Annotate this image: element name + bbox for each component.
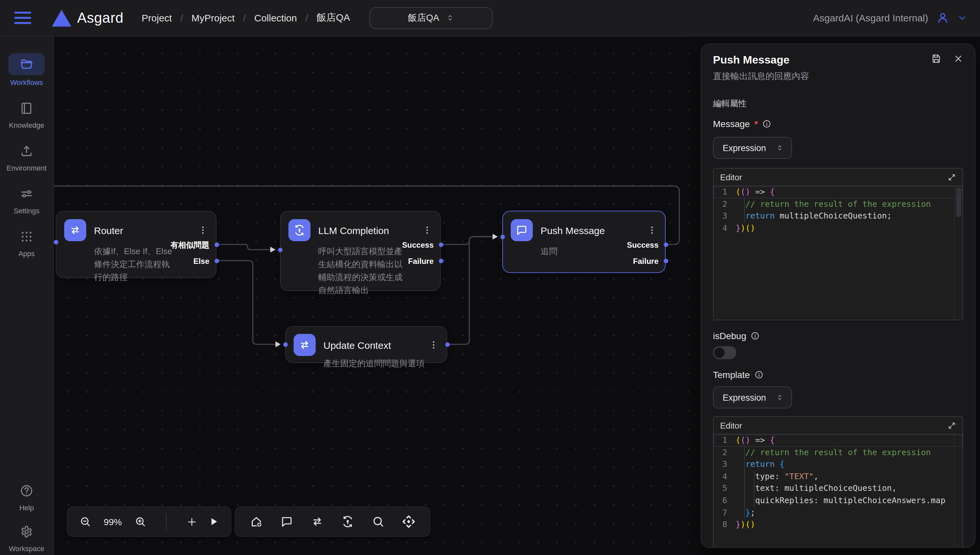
zoom-in-icon[interactable] <box>134 515 146 528</box>
llm-icon <box>293 224 306 237</box>
sidebar-item-label: Environment <box>6 164 46 172</box>
node-menu-icon[interactable] <box>647 225 657 235</box>
panel-subtitle: 直接輸出訊息的回應內容 <box>713 71 963 82</box>
sidebar-item-workflows[interactable]: Workflows <box>8 53 45 86</box>
message-field-label: Message * <box>713 119 963 129</box>
node-menu-icon[interactable] <box>428 340 439 350</box>
message-type-select[interactable]: Expression <box>713 137 792 159</box>
node-palette-toolbar <box>235 506 431 537</box>
breadcrumb-item[interactable]: Collection <box>254 12 297 23</box>
workflow-node-llm[interactable]: LLM Completion呼叫大型語言模型並產 生結構化的資料輸出以 輔助流程… <box>280 211 441 291</box>
code-line: 7 }; <box>714 507 962 519</box>
editor-label: Editor <box>720 420 742 430</box>
node-handle[interactable] <box>214 242 219 247</box>
code-line: 4 type: "TEXT", <box>714 471 962 483</box>
node-handle[interactable] <box>663 242 668 247</box>
code-line: 2 // return the result of the expression <box>714 198 962 210</box>
toolbar-divider <box>166 513 167 530</box>
code-line: 1(() => { <box>714 186 962 198</box>
node-handle[interactable] <box>445 342 450 346</box>
code-line: 1(() => { <box>714 435 962 446</box>
node-handle[interactable] <box>439 258 443 263</box>
palette-diamond-nav-icon[interactable] <box>402 515 415 528</box>
required-mark: * <box>754 119 758 129</box>
node-handle[interactable] <box>278 247 282 252</box>
info-icon[interactable] <box>754 370 764 379</box>
swap-arrows-icon <box>298 338 311 351</box>
code-line: 8})() <box>714 519 962 531</box>
editor-scrollbar-thumb[interactable] <box>956 188 961 217</box>
workflow-selector-value: 飯店QA <box>408 12 439 24</box>
sidebar-item-knowledge[interactable]: Knowledge <box>9 99 45 129</box>
sidebar: WorkflowsKnowledgeEnvironmentSettingsApp… <box>0 36 54 555</box>
isdebug-toggle[interactable] <box>713 346 736 359</box>
llm-icon <box>288 219 311 241</box>
template-type-select[interactable]: Expression <box>713 387 792 409</box>
save-icon[interactable] <box>931 53 942 64</box>
menu-icon[interactable] <box>14 12 31 24</box>
account-chevron-down-icon[interactable] <box>957 13 967 23</box>
node-handle[interactable] <box>500 234 504 239</box>
close-icon[interactable] <box>953 53 963 64</box>
asgard-logo-icon <box>52 10 71 26</box>
breadcrumb: Project/MyProject/Collection/飯店QA <box>142 12 350 24</box>
template-type-value: Expression <box>723 393 766 402</box>
node-handle[interactable] <box>53 239 58 244</box>
chat-icon <box>515 224 528 237</box>
node-handle[interactable] <box>283 342 287 346</box>
workflow-node-push[interactable]: Push Message追問SuccessFailure <box>502 211 666 273</box>
breadcrumb-item[interactable]: MyProject <box>192 12 235 23</box>
node-output-label: 有相似問題 <box>170 240 209 250</box>
workflow-node-router[interactable]: Router依據If、Else If、Else 條件決定工作流程執 行的路徑有相… <box>56 211 216 278</box>
node-description: 呼叫大型語言模型並產 生結構化的資料輸出以 輔助流程的決策或生成 自然語言輸出 <box>318 245 417 297</box>
node-description: 依據If、Else If、Else 條件決定工作流程執 行的路徑 <box>94 245 192 284</box>
add-node-icon[interactable] <box>186 516 198 528</box>
help-circle-icon <box>19 484 34 498</box>
expand-icon[interactable] <box>948 173 956 181</box>
expand-icon[interactable] <box>948 421 956 430</box>
node-menu-icon[interactable] <box>198 225 208 235</box>
node-output-label: Success <box>627 240 658 250</box>
breadcrumb-separator: / <box>180 12 183 23</box>
template-expression-editor: Editor 1(() => {2 // return the result o… <box>713 416 963 548</box>
node-handle[interactable] <box>439 242 443 247</box>
node-title: Push Message <box>541 225 605 236</box>
breadcrumb-separator: / <box>305 12 308 23</box>
node-handle[interactable] <box>214 258 219 263</box>
code-line: 4})() <box>714 222 962 234</box>
sidebar-item-environment[interactable]: Environment <box>6 141 46 172</box>
palette-llm-icon[interactable] <box>341 515 354 528</box>
sidebar-item-help[interactable]: Help <box>14 481 40 512</box>
sidebar-item-settings[interactable]: Settings <box>14 184 40 215</box>
user-icon[interactable] <box>936 11 950 25</box>
workflow-selector[interactable]: 飯店QA <box>370 7 493 29</box>
palette-home-plus-icon[interactable] <box>250 515 263 528</box>
info-icon[interactable] <box>762 119 772 128</box>
node-handle[interactable] <box>663 258 668 263</box>
breadcrumb-item[interactable]: Project <box>142 12 172 23</box>
info-icon[interactable] <box>751 331 760 340</box>
code-area[interactable]: 1(() => {2 // return the result of the e… <box>714 186 962 320</box>
breadcrumb-item[interactable]: 飯店QA <box>317 12 350 24</box>
sidebar-item-label: Workspace <box>9 545 45 552</box>
chat-icon <box>511 219 533 241</box>
palette-search-icon[interactable] <box>372 515 385 528</box>
node-output-label: Else <box>194 256 209 266</box>
sidebar-item-workspace[interactable]: Workspace <box>9 522 45 552</box>
sidebar-item-apps[interactable]: Apps <box>14 227 40 257</box>
sidebar-item-label: Help <box>19 504 34 512</box>
palette-swap-arrows-icon[interactable] <box>311 515 324 528</box>
template-field-label: Template <box>713 370 963 380</box>
updown-chevron-icon <box>776 393 784 401</box>
run-workflow-icon[interactable] <box>208 516 219 527</box>
node-title: LLM Completion <box>318 225 389 236</box>
code-area[interactable]: 1(() => {2 // return the result of the e… <box>714 435 962 548</box>
sidebar-item-label: Settings <box>14 207 40 215</box>
workflow-node-update[interactable]: Update Context產生固定的追問問題與選項 <box>285 326 447 363</box>
updown-chevron-icon <box>776 144 784 152</box>
palette-chat-icon[interactable] <box>280 515 294 528</box>
node-menu-icon[interactable] <box>422 225 432 235</box>
breadcrumb-separator: / <box>243 12 246 23</box>
zoom-out-icon[interactable] <box>79 515 91 528</box>
grid-dots-icon <box>19 229 34 244</box>
